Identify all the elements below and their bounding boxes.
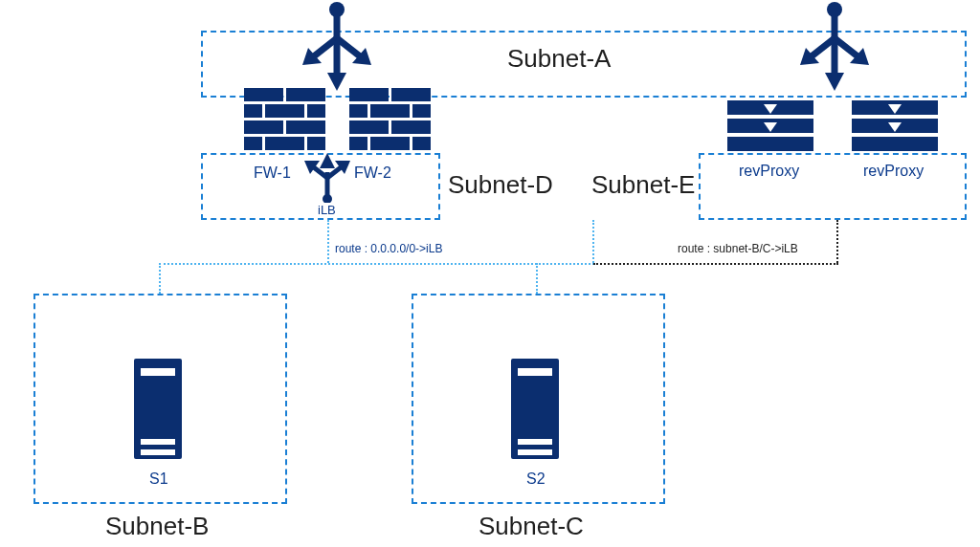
subnet-a-label: Subnet-A xyxy=(507,44,611,74)
svg-marker-17 xyxy=(320,153,335,168)
subnet-b-label: Subnet-B xyxy=(105,512,209,541)
server-s2-icon xyxy=(511,359,559,459)
svg-point-8 xyxy=(827,2,842,17)
route-line xyxy=(159,263,594,265)
revproxy-1-label: revProxy xyxy=(739,163,799,180)
subnet-c-label: Subnet-C xyxy=(479,512,584,541)
server-s1-label: S1 xyxy=(149,470,168,488)
server-s2-label: S2 xyxy=(526,470,546,488)
svg-marker-25 xyxy=(888,104,902,114)
route-line xyxy=(327,220,329,263)
svg-marker-26 xyxy=(888,122,902,132)
revproxy-2-icon xyxy=(852,100,938,151)
revproxy-1-icon xyxy=(727,100,813,151)
subnet-d-label: Subnet-D xyxy=(448,170,553,200)
route-line xyxy=(159,263,161,294)
route-line xyxy=(592,220,594,263)
subnet-e-label: Subnet-E xyxy=(591,170,695,200)
svg-marker-24 xyxy=(764,122,777,132)
load-balancer-icon xyxy=(796,0,873,91)
route-line xyxy=(536,263,538,294)
route-left-label: route : 0.0.0.0/0->iLB xyxy=(335,242,442,255)
route-right-label: route : subnet-B/C->iLB xyxy=(678,242,798,255)
load-balancer-icon xyxy=(299,0,375,91)
firewall-2-icon xyxy=(349,88,431,154)
svg-point-0 xyxy=(329,2,345,17)
route-line-dark xyxy=(836,220,838,263)
revproxy-2-label: revProxy xyxy=(863,163,924,180)
fw-2-label: FW-2 xyxy=(354,164,391,182)
server-s1-icon xyxy=(134,359,182,459)
svg-point-22 xyxy=(323,194,332,203)
route-line-dark xyxy=(593,263,838,265)
firewall-1-icon xyxy=(244,88,325,154)
internal-lb-icon xyxy=(304,149,350,207)
ilb-label: iLB xyxy=(318,203,336,217)
svg-marker-23 xyxy=(764,104,777,114)
fw-1-label: FW-1 xyxy=(254,164,291,182)
